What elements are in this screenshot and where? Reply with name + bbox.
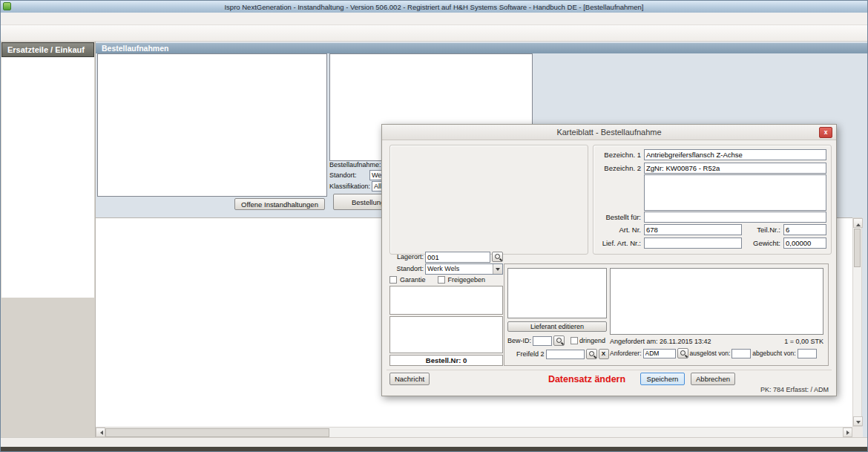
lagerort-lookup-icon[interactable] — [492, 252, 503, 262]
window-title: Ispro NextGeneration - Instandhaltung - … — [224, 3, 643, 11]
bewid-lookup-icon[interactable] — [553, 335, 565, 346]
standort-label: Standort: — [329, 171, 368, 179]
order-fields-group — [389, 145, 588, 255]
garantie-label: Garantie — [400, 276, 426, 284]
lieferant-editieren-button[interactable]: Lieferant editieren — [507, 321, 607, 332]
bezeichn1-input[interactable] — [644, 149, 826, 160]
scrollbar-corner — [852, 427, 863, 437]
standort-dialog-select[interactable]: Werk Wels — [425, 263, 503, 275]
close-icon[interactable]: x — [819, 127, 832, 138]
offene-instandhaltungen-button[interactable]: Offene Instandhaltungen — [234, 198, 325, 210]
dialog-title: Karteiblatt - Bestellaufnahme — [382, 125, 836, 140]
supplier-list-panel — [97, 53, 327, 197]
lief-artnr-label: Lief. Art. Nr.: — [598, 239, 644, 247]
app-window: Ispro NextGeneration - Instandhaltung - … — [0, 0, 868, 452]
window-bottom-edge — [1, 447, 867, 452]
teilnr-label: Teil.Nr.: — [746, 226, 783, 234]
scroll-right-icon[interactable] — [843, 428, 852, 437]
bezeichn1-label: Bezeichn. 1 — [598, 151, 644, 159]
bestellt-fuer-input[interactable] — [644, 212, 826, 223]
dialog-tabs — [504, 252, 829, 263]
anforderer-lookup-icon[interactable] — [677, 348, 688, 358]
abgebucht-label: abgebucht von: — [752, 350, 795, 357]
nachricht-button[interactable]: Nachricht — [389, 373, 430, 385]
titlebar: Ispro NextGeneration - Instandhaltung - … — [1, 1, 867, 13]
page-title: Bestellaufnahmen — [96, 43, 867, 53]
anforderer-label: Anforderer: — [610, 350, 642, 357]
sidebar-tree — [1, 57, 94, 298]
scroll-left-icon[interactable] — [96, 428, 105, 437]
sidebar-header: Ersatzteile / Einkauf — [1, 42, 94, 57]
bestellt-fuer-label: Bestellt für: — [598, 213, 644, 221]
ausgeloest-input[interactable] — [731, 349, 751, 358]
freigegeben-label: Freigegeben — [448, 276, 486, 284]
app-icon — [3, 2, 11, 10]
menubar — [1, 13, 867, 25]
freifeld2-clear-button[interactable]: X — [599, 349, 609, 359]
supplier-address — [507, 268, 607, 318]
bezeichn2-input[interactable] — [644, 163, 826, 174]
chevron-down-icon — [493, 264, 502, 274]
supplier-notes-textarea[interactable] — [610, 268, 823, 335]
artnr-label: Art. Nr. — [598, 226, 644, 234]
toolbar — [1, 25, 867, 42]
karteiblatt-dialog: Karteiblatt - Bestellaufnahme x Bezeichn… — [381, 124, 837, 396]
vertical-scrollbar[interactable] — [852, 217, 862, 427]
bewid-input[interactable] — [533, 336, 552, 346]
dringend-checkbox[interactable] — [571, 337, 578, 344]
speichern-button[interactable]: Speichern — [640, 373, 685, 385]
record-status-text: Datensatz ändern — [520, 374, 654, 384]
article-notes-textarea[interactable] — [644, 174, 826, 211]
bestellnr-box: Bestell.Nr: 0 — [389, 355, 503, 366]
gewicht-label: Gewicht: — [746, 239, 783, 247]
bestellaufnahme-label: Bestellaufnahme: — [329, 161, 381, 168]
bezeichn2-label: Bezeichn. 2 — [598, 164, 644, 172]
statusbar — [1, 437, 867, 447]
abgebucht-input[interactable] — [798, 349, 817, 358]
stock-levels-box — [389, 286, 503, 315]
order-quantities-box — [389, 316, 503, 353]
klassifikation-label: Klassifikation: — [329, 183, 370, 190]
stock-section: Lagerort: Standort: Werk Wels Garantie F… — [389, 251, 503, 366]
freifeld2-label: Freifeld 2 — [516, 350, 545, 358]
horizontal-scroll-thumb[interactable] — [105, 428, 329, 437]
unit-info: 1 = 0,00 STK — [784, 338, 823, 345]
lagerort-label: Lagerort: — [389, 253, 424, 261]
abbrechen-button[interactable]: Abbrechen — [691, 373, 735, 385]
lief-artnr-input[interactable] — [644, 238, 742, 249]
lieferant-tab-panel: Lieferant editieren Bew-ID: dringend Fre… — [504, 263, 829, 366]
standort-label: Standort: — [389, 265, 424, 272]
scroll-down-icon[interactable] — [853, 416, 863, 426]
freigegeben-checkbox[interactable] — [438, 276, 445, 284]
teilnr-input[interactable] — [783, 224, 826, 235]
angefordert-text: Angefordert am: 26.11.2015 13:42 — [610, 338, 711, 345]
horizontal-scrollbar[interactable] — [96, 427, 852, 437]
dialog-footer: Nachricht Datensatz ändern Speichern Abb… — [387, 370, 832, 387]
dringend-label: dringend — [579, 337, 605, 344]
artnr-input[interactable] — [644, 224, 742, 235]
bewid-label: Bew-ID: — [507, 337, 531, 344]
garantie-checkbox[interactable] — [389, 276, 397, 284]
vertical-scroll-thumb[interactable] — [854, 229, 861, 267]
ausgeloest-label: ausgelöst von: — [690, 350, 731, 357]
article-fields-group: Bezeichn. 1 Bezeichn. 2 Bestellt für: Ar… — [593, 145, 832, 255]
sidebar: Ersatzteile / Einkauf — [1, 42, 96, 437]
scroll-up-icon[interactable] — [853, 218, 863, 228]
record-pk-text: PK: 784 Erfasst: / ADM — [760, 386, 829, 393]
anforderer-input[interactable] — [643, 349, 676, 358]
freifeld2-lookup-icon[interactable] — [586, 349, 597, 359]
freifeld2-input[interactable] — [546, 350, 585, 359]
lagerort-input[interactable] — [425, 252, 490, 263]
gewicht-input[interactable] — [783, 238, 826, 249]
